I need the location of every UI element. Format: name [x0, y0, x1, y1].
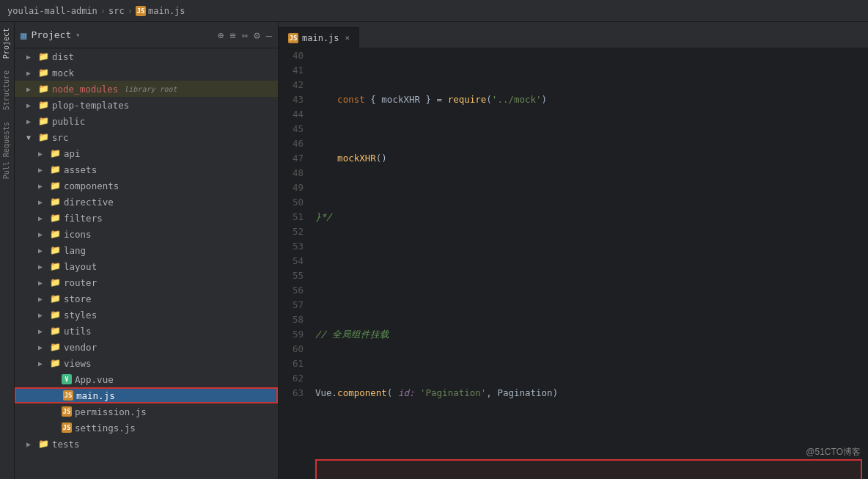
- arrow-utils: ▶: [38, 327, 47, 335]
- tree-item-assets[interactable]: ▶ 📁 assets: [15, 161, 278, 178]
- tree-item-api[interactable]: ▶ 📁 api: [15, 145, 278, 161]
- project-name[interactable]: youlai-mall-admin: [7, 6, 98, 16]
- tree-item-views[interactable]: ▶ 📁 views: [15, 355, 278, 371]
- tree-item-permission-js[interactable]: ▶ JS permission.js: [15, 403, 278, 420]
- folder-icon-layout: 📁: [50, 261, 61, 271]
- ln-41: 41: [279, 63, 304, 78]
- code-line-40: const { mockXHR } = require('../mock'): [315, 92, 862, 107]
- ln-58: 58: [279, 312, 304, 327]
- folder-icon-assets: 📁: [50, 164, 61, 175]
- tree-item-directive[interactable]: ▶ 📁 directive: [15, 194, 278, 210]
- ln-42: 42: [279, 78, 304, 92]
- arrow-router: ▶: [38, 279, 47, 287]
- folder-icon-node-modules: 📁: [38, 84, 49, 94]
- ln-45: 45: [279, 122, 304, 136]
- tree-item-settings-js[interactable]: ▶ JS settings.js: [15, 420, 278, 436]
- tree-item-styles[interactable]: ▶ 📁 styles: [15, 307, 278, 323]
- tree-item-icons[interactable]: ▶ 📁 icons: [15, 226, 278, 242]
- ln-57: 57: [279, 298, 304, 312]
- editor-area: JS main.js × 40 41 42 43 44 45 46 47 48 …: [279, 22, 868, 479]
- folder-icon-filters: 📁: [50, 213, 61, 223]
- code-area[interactable]: 40 41 42 43 44 45 46 47 48 49 50 51 52 5…: [279, 48, 868, 479]
- code-line-41: mockXHR(): [315, 151, 862, 166]
- ln-60: 60: [279, 342, 304, 356]
- tree-item-lang[interactable]: ▶ 📁 lang: [15, 242, 278, 258]
- folder-icon-mock: 📁: [38, 67, 49, 78]
- tree-label-src: src: [52, 132, 69, 143]
- ln-44: 44: [279, 107, 304, 122]
- code-line-43: [315, 268, 862, 283]
- tree-label-layout: layout: [64, 261, 97, 272]
- file-tree: ▶ 📁 dist ▶ 📁 mock ▶ 📁 node_modules libra…: [15, 48, 278, 479]
- tree-label-main-js: main.js: [76, 390, 115, 401]
- tree-label-components: components: [64, 180, 119, 191]
- tree-item-src[interactable]: ▼ 📁 src: [15, 129, 278, 145]
- tree-label-router: router: [64, 277, 97, 288]
- arrow-directive: ▶: [38, 198, 47, 206]
- folder-icon-store: 📁: [50, 293, 61, 304]
- folder-icon-views: 📁: [50, 358, 61, 368]
- library-root-badge: library root: [124, 85, 177, 93]
- panel-label-project[interactable]: Project: [0, 22, 14, 65]
- tree-label-node-modules: node_modules: [52, 84, 118, 95]
- ln-59: 59: [279, 327, 304, 342]
- folder-icon-components: 📁: [50, 180, 61, 191]
- panel-label-structure[interactable]: Structure: [0, 65, 14, 116]
- sidebar-locate-icon[interactable]: ⊕: [218, 29, 224, 41]
- tree-item-components[interactable]: ▶ 📁 components: [15, 178, 278, 194]
- arrow-assets: ▶: [38, 166, 47, 174]
- tree-item-plop-templates[interactable]: ▶ 📁 plop-templates: [15, 97, 278, 113]
- ln-51: 51: [279, 210, 304, 224]
- tree-item-vendor[interactable]: ▶ 📁 vendor: [15, 339, 278, 355]
- sidebar-expand-icon[interactable]: ≡: [229, 29, 235, 41]
- arrow-dist: ▶: [26, 53, 35, 61]
- tree-label-tests: tests: [52, 439, 80, 450]
- arrow-store: ▶: [38, 295, 47, 303]
- tree-item-node-modules[interactable]: ▶ 📁 node_modules library root: [15, 81, 278, 97]
- code-content[interactable]: const { mockXHR } = require('../mock') m…: [309, 48, 868, 479]
- breadcrumb-src[interactable]: src: [108, 6, 125, 16]
- tree-item-layout[interactable]: ▶ 📁 layout: [15, 258, 278, 274]
- tree-label-utils: utils: [64, 326, 92, 337]
- top-bar: youlai-mall-admin › src › JS main.js: [0, 0, 868, 22]
- ln-56: 56: [279, 283, 304, 298]
- code-40-text: [315, 92, 337, 107]
- highlighted-block: // 全局指令注册 import permission from './dire…: [315, 459, 862, 479]
- tree-label-permission-js: permission.js: [75, 406, 147, 417]
- breadcrumb-file-name[interactable]: main.js: [148, 6, 185, 16]
- tree-item-dist[interactable]: ▶ 📁 dist: [15, 48, 278, 65]
- arrow-icons: ▶: [38, 230, 47, 238]
- tree-item-filters[interactable]: ▶ 📁 filters: [15, 210, 278, 226]
- tree-item-mock[interactable]: ▶ 📁 mock: [15, 65, 278, 81]
- arrow-lang: ▶: [38, 246, 47, 255]
- tab-main-js[interactable]: JS main.js ×: [279, 27, 359, 48]
- code-line-42: }*/: [315, 210, 862, 224]
- tree-item-store[interactable]: ▶ 📁 store: [15, 290, 278, 307]
- tree-item-public[interactable]: ▶ 📁 public: [15, 113, 278, 129]
- tree-item-app-vue[interactable]: ▶ V App.vue: [15, 371, 278, 387]
- js-icon-settings: JS: [62, 423, 72, 433]
- tree-item-utils[interactable]: ▶ 📁 utils: [15, 323, 278, 339]
- tree-label-views: views: [64, 358, 92, 369]
- tab-close-main-js[interactable]: ×: [345, 33, 350, 43]
- sidebar-header-title: Project: [31, 29, 71, 40]
- panel-label-pull-requests[interactable]: Pull Requests: [0, 116, 14, 185]
- breadcrumb: youlai-mall-admin › src › JS main.js: [7, 6, 185, 16]
- tab-bar: JS main.js ×: [279, 22, 868, 48]
- sidebar-close-icon[interactable]: —: [266, 29, 272, 41]
- ln-54: 54: [279, 254, 304, 268]
- tree-label-filters: filters: [64, 213, 103, 224]
- arrow-plop-templates: ▶: [26, 101, 35, 109]
- tree-label-app-vue: App.vue: [75, 374, 114, 385]
- tree-item-router[interactable]: ▶ 📁 router: [15, 274, 278, 290]
- tree-label-styles: styles: [64, 310, 97, 321]
- folder-icon-tests: 📁: [38, 439, 49, 449]
- folder-icon-dist: 📁: [38, 51, 49, 62]
- tree-item-main-js[interactable]: ▶ JS main.js: [15, 387, 278, 403]
- sidebar-collapse-icon[interactable]: ⇔: [242, 29, 248, 41]
- folder-icon-router: 📁: [50, 277, 61, 288]
- sidebar-settings-icon[interactable]: ⚙: [254, 29, 260, 41]
- tree-item-tests[interactable]: ▶ 📁 tests: [15, 436, 278, 452]
- tree-label-store: store: [64, 293, 92, 304]
- js-icon-permission: JS: [62, 406, 72, 417]
